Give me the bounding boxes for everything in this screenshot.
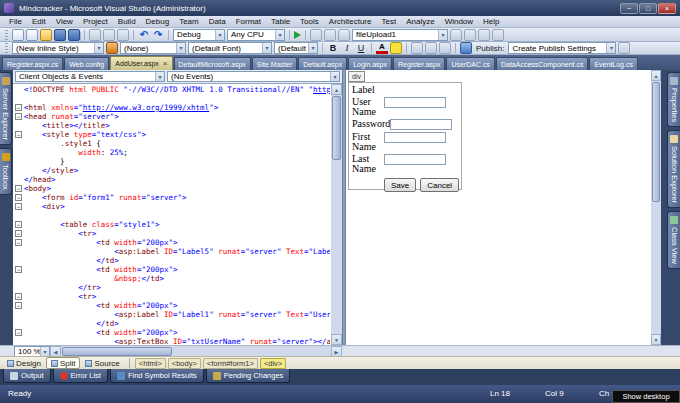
menu-item-help[interactable]: Help [478, 16, 504, 28]
code-line[interactable]: − <table class="style1"> [13, 220, 330, 229]
scrollbar-thumb[interactable] [652, 82, 660, 202]
dropdown-arrow-icon[interactable]: ▾ [606, 43, 615, 53]
save-button[interactable]: Save [384, 178, 416, 192]
find-combo[interactable]: fileUpload1▾ [352, 29, 448, 41]
code-line[interactable]: <!DOCTYPE html PUBLIC "-//W3C//DTD XHTML… [13, 85, 330, 94]
zoom-combo[interactable]: 100 %▾ [14, 346, 50, 357]
scroll-up-icon[interactable]: ▲ [331, 84, 342, 95]
cancel-button[interactable]: Cancel [420, 178, 459, 192]
dropdown-arrow-icon[interactable]: ▾ [40, 347, 49, 356]
menu-item-edit[interactable]: Edit [27, 16, 51, 28]
tool-tab-solution-explorer[interactable]: Solution Explorer [667, 130, 680, 208]
bold-icon[interactable]: B [327, 42, 339, 54]
italic-icon[interactable]: I [341, 42, 353, 54]
scroll-right-icon[interactable]: ▶ [331, 346, 342, 357]
panel-tab-find-symbol-results[interactable]: Find Symbol Results [110, 369, 204, 383]
source-horizontal-scrollbar[interactable]: ◀ ▶ [50, 346, 342, 357]
dropdown-arrow-icon[interactable]: ▾ [215, 30, 224, 40]
code-line[interactable]: <asp:TextBox ID="txtUserName" runat="ser… [13, 337, 330, 345]
view-button-source[interactable]: Source [81, 357, 123, 369]
code-line[interactable]: &nbsp;</td> [13, 274, 330, 283]
code-line[interactable]: − <tr> [13, 292, 330, 301]
doc-tab-register-aspx-cs[interactable]: Register.aspx.cs [2, 57, 63, 70]
menu-item-tools[interactable]: Tools [295, 16, 324, 28]
redo-icon[interactable]: ↷ [152, 29, 164, 41]
highlight-icon[interactable] [390, 42, 402, 54]
add-item-icon[interactable] [26, 29, 38, 41]
collapse-icon[interactable]: − [15, 104, 22, 111]
breadcrumb-tag-body[interactable]: <body> [168, 358, 201, 369]
publish-profile-combo[interactable]: Create Publish Settings▾ [508, 42, 616, 54]
find-icon[interactable] [450, 29, 462, 41]
doc-tab-dataaccesscomponent-cs[interactable]: DataAccessComponent.cs [496, 57, 588, 70]
menu-item-window[interactable]: Window [440, 16, 478, 28]
dropdown-arrow-icon[interactable]: ▾ [308, 43, 317, 53]
scrollbar-track[interactable] [61, 346, 331, 357]
doc-tab-login-aspx[interactable]: Login.aspx [348, 57, 392, 70]
target-rule-combo[interactable]: (None)▾ [120, 42, 186, 54]
breadcrumb-tag-div[interactable]: <div> [260, 358, 286, 369]
doc-tab-adduser-aspx[interactable]: AddUser.aspx× [110, 56, 172, 70]
selected-tag-chip[interactable]: div [348, 71, 365, 82]
find-in-files-icon[interactable] [464, 29, 476, 41]
doc-tab-site-master[interactable]: Site.Master [252, 57, 297, 70]
menu-item-debug[interactable]: Debug [141, 16, 175, 28]
code-line[interactable] [13, 211, 330, 220]
menu-item-file[interactable]: File [4, 16, 27, 28]
menu-item-analyze[interactable]: Analyze [401, 16, 439, 28]
code-line[interactable]: </tr> [13, 283, 330, 292]
doc-tab-default-aspx[interactable]: Default.aspx [298, 57, 347, 70]
collapse-icon[interactable]: − [15, 293, 22, 300]
menu-item-format[interactable]: Format [231, 16, 266, 28]
dropdown-arrow-icon[interactable]: ▾ [155, 72, 164, 81]
font-size-combo[interactable]: (Default▾ [274, 42, 318, 54]
panel-tab-pending-changes[interactable]: Pending Changes [206, 369, 291, 383]
minimize-icon[interactable]: − [620, 3, 638, 14]
close-tab-icon[interactable]: × [163, 60, 168, 67]
doc-tab-defaultmicrosoft-aspx[interactable]: DefaultMicrosoft.aspx [174, 57, 251, 70]
doc-tab-web-config[interactable]: Web.config [64, 57, 109, 70]
doc-tab-register-aspx[interactable]: Register.aspx [393, 57, 445, 70]
code-line[interactable]: − <td width="200px"> [13, 328, 330, 337]
field-textbox-password[interactable] [390, 119, 452, 130]
save-all-icon[interactable] [68, 29, 80, 41]
css-properties-icon[interactable] [411, 42, 423, 54]
collapse-icon[interactable]: − [15, 194, 22, 201]
publish-icon[interactable] [460, 42, 472, 54]
scrollbar-thumb[interactable] [332, 96, 341, 160]
view-button-split[interactable]: Split [46, 357, 81, 369]
manage-styles-icon[interactable] [425, 42, 437, 54]
paste-icon[interactable] [117, 29, 129, 41]
collapse-icon[interactable]: − [15, 239, 22, 246]
title-bar[interactable]: Mindcracker - Microsoft Visual Studio (A… [0, 0, 680, 16]
field-textbox-user-name[interactable] [384, 97, 446, 108]
collapse-icon[interactable]: − [15, 185, 22, 192]
style-application-combo[interactable]: (New Inline Style)▾ [12, 42, 104, 54]
scroll-down-icon[interactable]: ▼ [651, 334, 661, 345]
font-name-combo[interactable]: (Default Font)▾ [188, 42, 272, 54]
object-dropdown[interactable]: Client Objects & Events▾ [15, 71, 165, 82]
scrollbar-thumb[interactable] [62, 347, 172, 356]
doc-tab-userdac-cs[interactable]: UserDAC.cs [446, 57, 495, 70]
code-line[interactable] [13, 94, 330, 103]
dropdown-arrow-icon[interactable]: ▾ [94, 43, 103, 53]
cut-icon[interactable] [89, 29, 101, 41]
dropdown-arrow-icon[interactable]: ▾ [275, 30, 284, 40]
menu-item-table[interactable]: Table [266, 16, 295, 28]
panel-tab-error-list[interactable]: Error List [53, 369, 108, 383]
code-line[interactable]: <asp:Label ID="Label1" runat="server" Te… [13, 310, 330, 319]
solution-platform-combo[interactable]: Any CPU▾ [227, 29, 285, 41]
copy-icon[interactable] [103, 29, 115, 41]
menu-item-project[interactable]: Project [78, 16, 113, 28]
underline-icon[interactable]: U [355, 42, 367, 54]
dropdown-arrow-icon[interactable]: ▾ [330, 72, 339, 81]
navigate-backward-icon[interactable] [478, 29, 490, 41]
code-line[interactable]: − <td width="200px"> [13, 238, 330, 247]
maximize-icon[interactable]: □ [639, 3, 657, 14]
code-line[interactable]: − <tr> [13, 229, 330, 238]
collapse-icon[interactable]: − [15, 302, 22, 309]
format-list-icon[interactable] [439, 42, 451, 54]
menu-item-test[interactable]: Test [376, 16, 401, 28]
solution-configuration-combo[interactable]: Debug▾ [173, 29, 225, 41]
code-line[interactable]: − <td width="200px"> [13, 265, 330, 274]
